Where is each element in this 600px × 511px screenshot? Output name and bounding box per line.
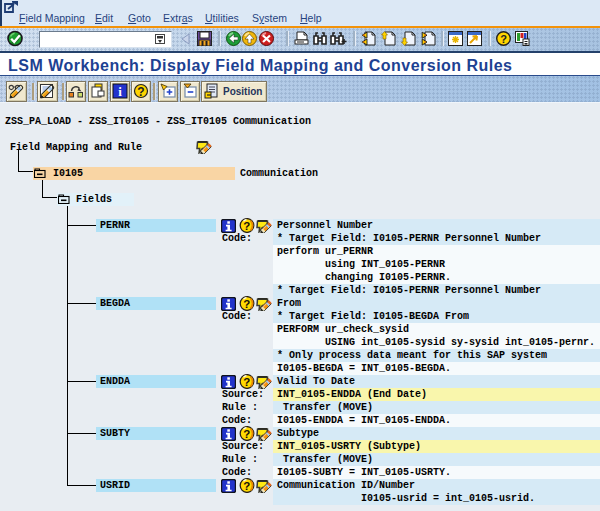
svg-text:?: ? — [500, 33, 507, 45]
svg-text:i: i — [118, 84, 122, 99]
svg-text:?: ? — [137, 85, 144, 99]
